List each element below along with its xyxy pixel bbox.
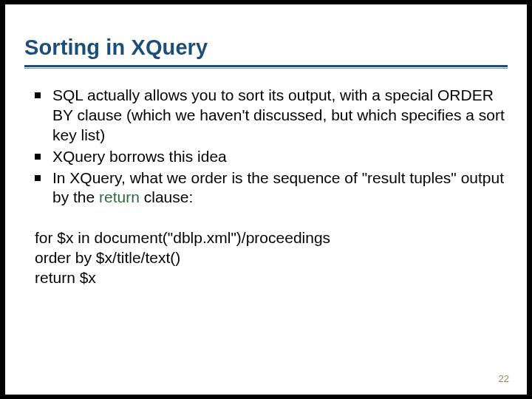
title-underline-thin (24, 68, 508, 69)
bullet-item: In XQuery, what we order is the sequence… (35, 168, 505, 208)
page-number: 22 (499, 373, 509, 384)
bullet-list: SQL actually allows you to sort its outp… (35, 86, 505, 208)
slide-body: SQL actually allows you to sort its outp… (35, 86, 505, 288)
title-underline (24, 65, 508, 67)
bullet-item: SQL actually allows you to sort its outp… (35, 86, 505, 146)
bullet-item: XQuery borrows this idea (35, 147, 505, 167)
highlight-return: return (99, 188, 140, 205)
bullet-tail: clause: (140, 188, 193, 205)
slide-title: Sorting in XQuery (24, 35, 508, 60)
code-line: return $x (35, 268, 505, 288)
code-line: for $x in document("dblp.xml")/proceedin… (35, 228, 505, 248)
code-line: order by $x/title/text() (35, 248, 505, 268)
code-block: for $x in document("dblp.xml")/proceedin… (35, 228, 505, 288)
slide: Sorting in XQuery SQL actually allows yo… (5, 4, 527, 395)
